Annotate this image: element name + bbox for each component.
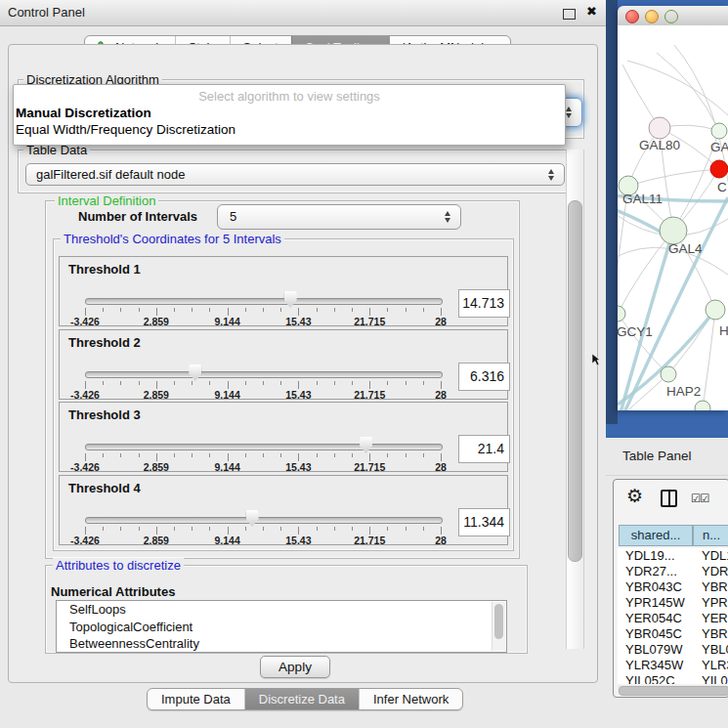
network-edge[interactable] [628, 169, 719, 186]
table-row[interactable]: YPR145WYPR1 [618, 595, 728, 611]
slider-tick [174, 527, 175, 531]
table-hscrollbar-thumb[interactable] [619, 686, 728, 696]
slider-tick [103, 308, 104, 312]
table-row[interactable]: YDR27...YDR2 [618, 564, 728, 579]
checkbox-icons[interactable]: ☑☑ [691, 492, 709, 505]
threshold-2-label: Threshold 2 [68, 335, 141, 350]
network-node-label: GA [710, 140, 728, 154]
table-row[interactable]: YBL079WYBL0 [618, 642, 728, 658]
cell-name: YBR0 [702, 626, 728, 642]
threshold-2-slider-thumb[interactable] [189, 364, 201, 381]
table-row[interactable]: YBR045CYBR0 [618, 626, 728, 642]
column-header-shared-name[interactable]: shared... [619, 525, 693, 546]
network-node[interactable] [661, 366, 676, 382]
tab-discretize-data[interactable]: Discretize Data [244, 689, 359, 709]
panel-scrollbar-thumb[interactable] [568, 200, 582, 562]
slider-tick [209, 527, 210, 531]
slider-tick [139, 308, 140, 312]
cell-name: YBR0 [702, 579, 728, 595]
network-node[interactable] [618, 306, 625, 321]
slider-tick-label: 9.144 [214, 389, 239, 401]
network-node[interactable] [706, 300, 725, 320]
mouse-cursor [592, 354, 602, 366]
slider-tick [245, 308, 246, 312]
network-node[interactable] [710, 160, 728, 178]
threshold-1-panel: Threshold 1 -3.4262.8599.14415.4321.7152… [59, 256, 508, 326]
table-row[interactable]: YDL19...YDL1 [618, 548, 728, 564]
slider-tick [406, 527, 407, 531]
network-window-shadow [606, 0, 618, 424]
tab-impute-data[interactable]: Impute Data [148, 689, 244, 709]
tab-infer-network[interactable]: Infer Network [359, 689, 462, 709]
slider-tick [352, 527, 353, 531]
apply-button[interactable]: Apply [260, 656, 330, 678]
slider-tick-labels: -3.4262.8599.14415.4321.71528 [85, 389, 442, 400]
slider-tick [120, 453, 121, 457]
network-edge[interactable] [627, 61, 728, 115]
control-panel-titlebar [0, 0, 606, 26]
table-row[interactable]: YLR345WYLR3 [618, 658, 728, 673]
network-edge[interactable] [618, 231, 673, 314]
close-icon[interactable]: ✖ [586, 4, 597, 19]
threshold-2-slider-track[interactable] [85, 371, 443, 378]
network-view-window[interactable]: GAL80GACGAL11GAL4GCY1HHAP2 [618, 6, 728, 410]
cell-shared-name: YBR043C [625, 579, 682, 595]
number-of-intervals-combobox[interactable]: 5 [217, 204, 461, 230]
network-node[interactable] [695, 401, 710, 410]
split-view-icon[interactable] [661, 490, 677, 507]
combo-arrows-icon [548, 169, 555, 181]
column-header-name[interactable]: n... [693, 525, 728, 546]
dropdown-item-manual-discretization[interactable]: Manual Discretization [16, 106, 151, 120]
list-scrollbar-track[interactable] [492, 602, 505, 651]
slider-tick [228, 453, 229, 461]
table-row[interactable]: YIL052CYIL0 [618, 673, 728, 684]
cell-name: YLR3 [702, 658, 728, 673]
settings-gear-icon[interactable]: ⚙ [626, 487, 643, 505]
threshold-1-value-field[interactable]: 14.713 [458, 289, 510, 318]
threshold-3-value-field[interactable]: 21.4 [458, 435, 510, 463]
threshold-3-label: Threshold 3 [68, 407, 141, 422]
numerical-attribute-item[interactable]: TopologicalCoefficient [57, 619, 506, 636]
slider-tick [245, 527, 246, 531]
slider-tick [192, 527, 193, 531]
table-data-combobox[interactable]: galFiltered.sif default node [25, 163, 565, 186]
table-row[interactable]: YBR043CYBR0 [618, 579, 728, 595]
list-scrollbar-thumb[interactable] [494, 604, 503, 639]
numerical-attribute-item[interactable]: SelfLoops [57, 601, 506, 619]
cell-shared-name: YPR145W [625, 595, 685, 611]
network-window-titlebar [618, 6, 728, 26]
threshold-4-slider-track[interactable] [85, 517, 443, 524]
threshold-1-slider-thumb[interactable] [284, 291, 297, 308]
network-canvas[interactable]: GAL80GACGAL11GAL4GCY1HHAP2 [618, 25, 728, 410]
numerical-attribute-item[interactable]: BetweennessCentrality [57, 635, 506, 653]
numerical-attributes-list[interactable]: SelfLoopsTopologicalCoefficientBetweenne… [56, 600, 507, 653]
network-node-label: GAL80 [639, 138, 680, 152]
control-panel-title: Control Panel [8, 5, 85, 20]
threshold-3-slider-track[interactable] [85, 444, 443, 450]
network-node[interactable] [660, 217, 687, 244]
slider-tick-label: 28 [435, 461, 447, 473]
threshold-4-value-field[interactable]: 11.344 [458, 508, 510, 536]
slider-tick [334, 453, 335, 457]
threshold-2-value-field[interactable]: 6.316 [458, 363, 510, 391]
threshold-4-slider-thumb[interactable] [246, 510, 259, 527]
slider-tick [103, 381, 104, 385]
table-hscrollbar-track[interactable] [618, 685, 728, 694]
slider-tick [192, 453, 193, 457]
float-window-icon[interactable] [563, 9, 576, 20]
slider-tick-label: 21.715 [354, 389, 385, 401]
close-traffic-light-icon[interactable] [625, 10, 639, 23]
zoom-traffic-light-icon[interactable] [664, 10, 678, 23]
slider-tick-label: 15.43 [285, 535, 311, 546]
minimize-traffic-light-icon[interactable] [645, 10, 659, 23]
table-row[interactable]: YER054CYER0 [618, 611, 728, 626]
network-node[interactable] [649, 117, 670, 139]
threshold-3-slider-thumb[interactable] [360, 437, 372, 453]
network-edge[interactable] [618, 314, 668, 374]
network-edge-thick[interactable] [618, 209, 664, 234]
threshold-1-slider-track[interactable] [85, 298, 443, 305]
slider-tick [156, 527, 157, 535]
dropdown-item-equal-width-frequency[interactable]: Equal Width/Frequency Discretization [16, 122, 236, 137]
network-node[interactable] [711, 123, 727, 139]
table-panel-frame: ⚙ ☑☑ shared... n... YDL19...YDL1YDR27...… [613, 479, 728, 698]
